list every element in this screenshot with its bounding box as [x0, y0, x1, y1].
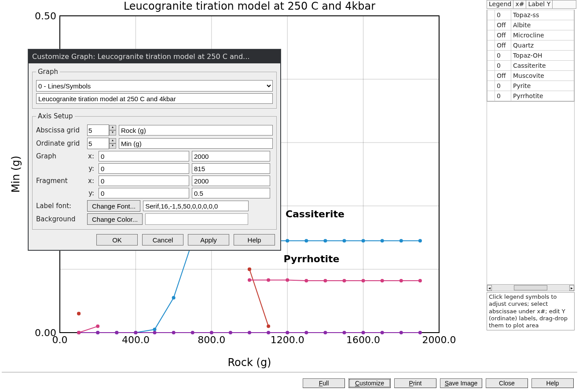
stepper-down-icon[interactable]: ▾	[109, 130, 116, 136]
legend-header-legend: Legend	[487, 0, 513, 8]
graph-y0-input[interactable]	[99, 163, 189, 174]
group-graph-legend: Graph	[36, 68, 60, 76]
x-colon-label: x:	[87, 152, 94, 160]
customize-dialog: Customize Graph: Leucogranite tiration m…	[28, 49, 281, 250]
svg-text:800.0: 800.0	[198, 334, 225, 345]
svg-text:Leucogranite tiration model at: Leucogranite tiration model at 250 C and…	[124, 0, 375, 12]
fragment-y0-input[interactable]	[99, 188, 189, 198]
group-axis-legend: Axis Setup	[36, 112, 75, 120]
graph-x1-input[interactable]	[192, 151, 270, 161]
scroll-right-icon[interactable]: ▸	[569, 285, 574, 291]
stepper-up-icon[interactable]: ▴	[109, 125, 116, 130]
legend-table: 0Topaz-ssOffAlbiteOffMicroclineOffQuartz…	[487, 10, 575, 102]
legend-hint: Click legend symbols to adjust curves; s…	[487, 292, 575, 330]
legend-row[interactable]: 0Topaz-ss	[487, 10, 574, 20]
bottom-toolbar: Full Customize Print Save Image Close He…	[2, 372, 577, 392]
scroll-thumb[interactable]	[514, 285, 547, 290]
legend-row[interactable]: 0Pyrrhotite	[487, 91, 574, 101]
svg-text:Pyrrhotite: Pyrrhotite	[284, 253, 340, 264]
svg-text:Cassiterite: Cassiterite	[286, 209, 344, 220]
legend-header-label: Label Y	[526, 0, 553, 8]
print-button[interactable]: Print	[394, 378, 436, 388]
legend-row[interactable]: OffMuscovite	[487, 71, 574, 81]
legend-hscrollbar[interactable]: ◂ ▸	[487, 284, 574, 291]
stepper-up-icon[interactable]: ▴	[109, 138, 116, 143]
svg-point-26	[77, 312, 81, 315]
graph-y1-input[interactable]	[192, 163, 270, 174]
graph-range-label: Graph	[36, 152, 84, 160]
legend-header: Legend x# Label Y	[487, 0, 576, 9]
ordinate-grid-stepper[interactable]: ▴▾	[87, 138, 116, 149]
change-font-button[interactable]: Change Font...	[87, 200, 140, 212]
svg-text:1200.0: 1200.0	[271, 334, 304, 345]
cancel-button[interactable]: Cancel	[142, 234, 183, 245]
background-swatch	[145, 213, 248, 225]
customize-button[interactable]: Customize	[348, 378, 391, 388]
fragment-x1-input[interactable]	[192, 176, 270, 186]
legend-header-xnum: x#	[513, 0, 526, 8]
svg-text:2000.0: 2000.0	[422, 334, 456, 345]
legend-row[interactable]: 0Topaz-OH	[487, 51, 574, 61]
legend-scroll-area[interactable]: ◂ ▸	[487, 102, 575, 291]
abscissa-grid-input[interactable]	[87, 125, 109, 136]
graph-title-input[interactable]	[36, 93, 273, 104]
background-label: Background	[36, 215, 84, 223]
fragment-y1-input[interactable]	[192, 188, 270, 198]
ordinate-name-input[interactable]	[119, 138, 273, 149]
ok-button[interactable]: OK	[96, 234, 138, 245]
save-image-button[interactable]: Save Image	[440, 378, 482, 388]
legend-panel: Legend x# Label Y 0Topaz-ssOffAlbiteOffM…	[487, 0, 576, 370]
svg-text:0.00: 0.00	[35, 327, 56, 338]
legend-row[interactable]: 0Pyrite	[487, 81, 574, 91]
svg-text:0.50: 0.50	[35, 11, 56, 22]
full-button[interactable]: Full	[303, 378, 345, 388]
svg-text:1600.0: 1600.0	[346, 334, 380, 345]
abscissa-name-input[interactable]	[119, 125, 273, 136]
apply-button[interactable]: Apply	[188, 234, 229, 245]
y-colon-label: y:	[87, 165, 94, 172]
group-axis: Axis Setup Abscissa grid ▴▾ Ordinate gri…	[32, 112, 277, 230]
help-button-bottom[interactable]: Help	[531, 378, 574, 388]
group-graph: Graph 0 - Lines/Symbols	[32, 68, 277, 109]
svg-text:Min (g): Min (g)	[10, 156, 22, 193]
scroll-left-icon[interactable]: ◂	[487, 285, 492, 291]
legend-row[interactable]: 0Cassiterite	[487, 61, 574, 71]
abscissa-label: Abscissa grid	[36, 126, 84, 134]
ordinate-label: Ordinate grid	[36, 139, 84, 147]
graph-x0-input[interactable]	[99, 151, 189, 161]
legend-row[interactable]: OffMicrocline	[487, 30, 574, 40]
y-colon-label: y:	[87, 189, 94, 197]
ordinate-grid-input[interactable]	[87, 138, 109, 149]
abscissa-grid-stepper[interactable]: ▴▾	[87, 125, 116, 136]
dialog-title: Customize Graph: Leucogranite tiration m…	[29, 50, 280, 63]
fragment-range-label: Fragment	[36, 177, 84, 185]
fragment-x0-input[interactable]	[99, 176, 189, 186]
help-button[interactable]: Help	[234, 234, 275, 245]
labelfont-label: Label font:	[36, 202, 84, 210]
x-colon-label: x:	[87, 177, 94, 185]
legend-row[interactable]: OffAlbite	[487, 20, 574, 30]
change-color-button[interactable]: Change Color...	[87, 213, 143, 225]
svg-text:400.0: 400.0	[122, 334, 150, 345]
graph-type-select[interactable]: 0 - Lines/Symbols	[36, 80, 273, 92]
stepper-down-icon[interactable]: ▾	[109, 143, 116, 149]
close-button[interactable]: Close	[486, 378, 528, 388]
svg-text:Rock (g): Rock (g)	[228, 356, 271, 369]
font-value-field[interactable]	[143, 201, 249, 211]
legend-row[interactable]: OffQuartz	[487, 40, 574, 51]
